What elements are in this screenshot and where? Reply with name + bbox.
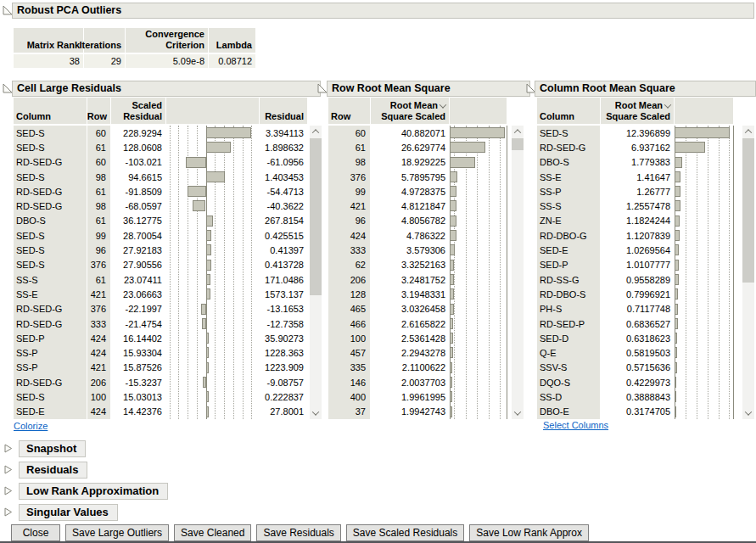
colorize-link[interactable]: Colorize [14, 421, 48, 431]
table-row[interactable]: SS-P42415.933041228.363 [14, 345, 308, 360]
table-row[interactable]: SSV-S0.5715636 [537, 361, 734, 375]
table-row[interactable]: RD-SED-G333-21.4754-12.7358 [14, 316, 308, 331]
table-row[interactable]: SS-E42123.066631573.137 [14, 287, 308, 301]
table-row[interactable]: SED-S12.396899 [537, 126, 734, 140]
panel-title-row-root-mean-square[interactable]: Row Root Mean Square [327, 81, 530, 97]
table-row[interactable]: SED-P42416.1440235.90273 [14, 331, 308, 345]
table-row[interactable]: SED-P1.0107777 [537, 258, 734, 272]
panel-title-column-root-mean-square[interactable]: Column Root Mean Square [535, 81, 756, 97]
table-row[interactable]: RD-SED-G98-68.0597-40.3622 [14, 199, 308, 213]
scrollbar-thumb[interactable] [512, 138, 524, 150]
scroll-down-button[interactable] [742, 407, 754, 419]
table-row[interactable]: 6126.629774 [328, 140, 507, 154]
table-row[interactable]: 1283.1948331 [328, 287, 507, 301]
scroll-up-button[interactable] [512, 126, 524, 137]
table-row[interactable]: SED-E1.0269564 [537, 243, 734, 257]
disclosure-triangle-collapsed-residuals[interactable] [3, 465, 14, 475]
disclosure-triangle-collapsed-low-rank-approximation[interactable] [3, 486, 14, 496]
close-button[interactable]: Close [11, 524, 60, 541]
table-row[interactable]: Q-E0.5819503 [537, 345, 734, 360]
table-row[interactable]: 371.9942743 [328, 405, 507, 419]
table-row[interactable]: SS-P1.26777 [537, 184, 734, 199]
table-row[interactable]: RD-SED-G60-103.021-61.0956 [14, 155, 308, 170]
vertical-scrollbar[interactable] [512, 126, 524, 419]
collapsed-section-low-rank-approximation[interactable]: Low Rank Approximation [19, 483, 168, 500]
save-scaled-residuals-button[interactable]: Save Scaled Residuals [346, 524, 464, 541]
table-row[interactable]: DBO-E0.3174705 [537, 405, 734, 419]
table-row[interactable]: 3352.1100622 [328, 361, 507, 375]
column-header-bar[interactable] [450, 98, 507, 124]
table-row[interactable]: 6040.882071 [328, 126, 507, 140]
table-row[interactable]: 4662.6165822 [328, 316, 507, 331]
sort-chevron-icon[interactable] [664, 101, 671, 108]
table-row[interactable]: 1462.0037703 [328, 375, 507, 389]
table-row[interactable]: SED-S61128.06081.898632 [14, 140, 308, 154]
table-row[interactable]: 3333.579306 [328, 243, 507, 257]
table-row[interactable]: RD-SS-G0.9558289 [537, 272, 734, 287]
scroll-down-button[interactable] [512, 407, 524, 419]
table-row[interactable]: 994.9728375 [328, 184, 507, 199]
vertical-scrollbar[interactable] [310, 126, 322, 419]
table-row[interactable]: 623.3252163 [328, 258, 507, 272]
select-columns-link[interactable]: Select Columns [543, 420, 608, 430]
table-row[interactable]: 2063.2481752 [328, 272, 507, 287]
table-row[interactable]: 1002.5361428 [328, 331, 507, 345]
table-row[interactable]: 9818.929225 [328, 155, 507, 170]
table-row[interactable]: ZN-E1.1824244 [537, 214, 734, 228]
table-row[interactable]: 4214.8121847 [328, 199, 507, 213]
panel-title-cell-large-residuals[interactable]: Cell Large Residuals [12, 81, 321, 97]
table-row[interactable]: 4001.9961995 [328, 389, 507, 404]
save-cleaned-button[interactable]: Save Cleaned [174, 524, 251, 541]
column-header-bar[interactable] [675, 98, 734, 124]
collapsed-section-singular-values[interactable]: Singular Values [19, 504, 118, 521]
column-header-column[interactable]: Column [14, 98, 87, 124]
table-row[interactable]: 4244.786322 [328, 228, 507, 243]
table-row[interactable]: SED-S9928.700540.425515 [14, 228, 308, 243]
table-row[interactable]: SS-E1.41647 [537, 170, 734, 184]
table-row[interactable]: 3765.7895795 [328, 170, 507, 184]
collapsed-section-residuals[interactable]: Residuals [19, 462, 87, 479]
column-header-scaled[interactable]: ScaledResidual [111, 98, 166, 124]
save-low-rank-approx-button[interactable]: Save Low Rank Approx [469, 524, 589, 541]
table-row[interactable]: SS-D0.3888843 [537, 389, 734, 404]
column-header-value[interactable]: Root MeanSquare Scaled [371, 98, 450, 124]
scroll-up-button[interactable] [310, 126, 322, 137]
scrollbar-thumb[interactable] [742, 138, 754, 283]
column-header-value[interactable]: Root MeanSquare Scaled [601, 98, 675, 124]
table-row[interactable]: RD-DBO-G1.1207839 [537, 228, 734, 243]
table-row[interactable]: PH-S0.7117748 [537, 302, 734, 316]
vertical-scrollbar[interactable] [742, 126, 754, 419]
table-row[interactable]: SED-E42414.4237627.8001 [14, 405, 308, 419]
collapsed-section-snapshot[interactable]: Snapshot [19, 440, 86, 457]
report-title-bar[interactable]: Robust PCA Outliers [12, 3, 754, 19]
save-residuals-button[interactable]: Save Residuals [256, 524, 340, 541]
column-header-bar[interactable] [166, 98, 260, 124]
disclosure-triangle-collapsed-snapshot[interactable] [3, 444, 14, 454]
scroll-up-button[interactable] [742, 126, 754, 137]
table-row[interactable]: DQO-S0.4229973 [537, 375, 734, 389]
scroll-down-button[interactable] [310, 407, 322, 419]
table-row[interactable]: SED-S37627.905560.413728 [14, 258, 308, 272]
save-large-outliers-button[interactable]: Save Large Outliers [65, 524, 169, 541]
disclosure-triangle-collapsed-singular-values[interactable] [3, 507, 14, 518]
column-header-row[interactable]: Row [87, 98, 111, 124]
table-row[interactable]: DBO-S6136.12775267.8154 [14, 214, 308, 228]
table-row[interactable]: 4653.0326458 [328, 302, 507, 316]
table-row[interactable]: SED-S9894.66151.403453 [14, 170, 308, 184]
column-header-column[interactable]: Column [537, 98, 601, 124]
scrollbar-thumb[interactable] [310, 138, 322, 295]
column-header-residual[interactable]: Residual [260, 98, 308, 124]
table-row[interactable]: SS-S1.2557478 [537, 199, 734, 213]
table-row[interactable]: RD-SED-G206-15.3237-9.08757 [14, 375, 308, 389]
column-header-row[interactable]: Row [328, 98, 371, 124]
table-row[interactable]: SED-S9627.921830.41397 [14, 243, 308, 257]
table-row[interactable]: SED-S10015.030130.222837 [14, 389, 308, 404]
table-row[interactable]: 964.8056782 [328, 214, 507, 228]
table-row[interactable]: SS-P42115.875261223.909 [14, 361, 308, 375]
table-row[interactable]: DBO-S1.779383 [537, 155, 734, 170]
table-row[interactable]: RD-DBO-S0.7996921 [537, 287, 734, 301]
table-row[interactable]: SED-D0.6318623 [537, 331, 734, 345]
table-row[interactable]: RD-SED-G61-91.8509-54.4713 [14, 184, 308, 199]
sort-chevron-icon[interactable] [440, 101, 446, 108]
table-row[interactable]: 4572.2943278 [328, 345, 507, 360]
